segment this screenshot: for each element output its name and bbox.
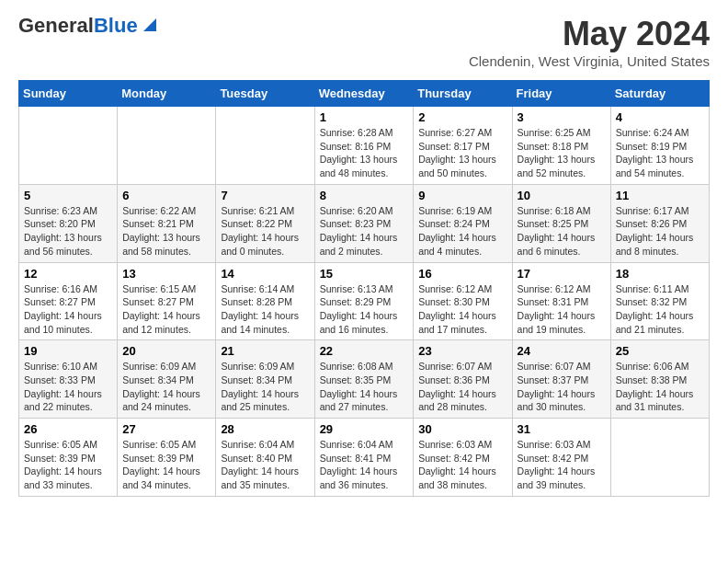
day-number: 7: [221, 189, 309, 202]
calendar-cell: 7Sunrise: 6:21 AM Sunset: 8:22 PM Daylig…: [216, 184, 314, 262]
weekday-header-row: SundayMondayTuesdayWednesdayThursdayFrid…: [19, 81, 710, 107]
logo-arrow-icon: [140, 15, 160, 35]
day-number: 30: [418, 422, 506, 436]
day-info: Sunrise: 6:09 AM Sunset: 8:34 PM Dayligh…: [221, 360, 309, 414]
calendar-cell: 31Sunrise: 6:03 AM Sunset: 8:42 PM Dayli…: [512, 419, 610, 497]
calendar-cell: 18Sunrise: 6:11 AM Sunset: 8:32 PM Dayli…: [610, 262, 709, 340]
calendar-cell: 19Sunrise: 6:10 AM Sunset: 8:33 PM Dayli…: [19, 340, 118, 419]
logo: GeneralBlue: [18, 15, 160, 37]
day-number: 17: [518, 267, 606, 281]
day-info: Sunrise: 6:10 AM Sunset: 8:33 PM Dayligh…: [24, 360, 112, 414]
day-info: Sunrise: 6:24 AM Sunset: 8:19 PM Dayligh…: [616, 126, 704, 180]
day-number: 10: [518, 189, 606, 202]
weekday-header-tuesday: Tuesday: [216, 81, 314, 107]
calendar-cell: 29Sunrise: 6:04 AM Sunset: 8:41 PM Dayli…: [314, 419, 414, 497]
calendar-cell: 2Sunrise: 6:27 AM Sunset: 8:17 PM Daylig…: [414, 107, 512, 185]
calendar-cell: 1Sunrise: 6:28 AM Sunset: 8:16 PM Daylig…: [314, 107, 414, 185]
day-number: 20: [122, 344, 210, 358]
day-info: Sunrise: 6:14 AM Sunset: 8:28 PM Dayligh…: [221, 282, 309, 337]
calendar: SundayMondayTuesdayWednesdayThursdayFrid…: [18, 80, 710, 497]
calendar-week-row: 19Sunrise: 6:10 AM Sunset: 8:33 PM Dayli…: [19, 340, 710, 419]
logo-text: GeneralBlue: [18, 15, 138, 37]
day-info: Sunrise: 6:07 AM Sunset: 8:37 PM Dayligh…: [518, 360, 606, 414]
day-info: Sunrise: 6:16 AM Sunset: 8:27 PM Dayligh…: [24, 282, 112, 337]
day-info: Sunrise: 6:03 AM Sunset: 8:42 PM Dayligh…: [518, 438, 606, 492]
day-number: 26: [24, 422, 112, 436]
calendar-cell: 21Sunrise: 6:09 AM Sunset: 8:34 PM Dayli…: [216, 340, 314, 419]
day-info: Sunrise: 6:05 AM Sunset: 8:39 PM Dayligh…: [122, 438, 210, 492]
calendar-cell: 13Sunrise: 6:15 AM Sunset: 8:27 PM Dayli…: [118, 262, 216, 340]
calendar-week-row: 26Sunrise: 6:05 AM Sunset: 8:39 PM Dayli…: [19, 419, 710, 497]
calendar-cell: 24Sunrise: 6:07 AM Sunset: 8:37 PM Dayli…: [512, 340, 610, 419]
calendar-cell: 4Sunrise: 6:24 AM Sunset: 8:19 PM Daylig…: [610, 107, 709, 185]
calendar-cell: 20Sunrise: 6:09 AM Sunset: 8:34 PM Dayli…: [118, 340, 216, 419]
day-number: 3: [518, 110, 606, 124]
calendar-cell: [19, 107, 118, 185]
day-info: Sunrise: 6:12 AM Sunset: 8:31 PM Dayligh…: [518, 282, 606, 337]
day-number: 18: [616, 267, 704, 281]
day-info: Sunrise: 6:22 AM Sunset: 8:21 PM Dayligh…: [122, 204, 210, 259]
day-info: Sunrise: 6:13 AM Sunset: 8:29 PM Dayligh…: [320, 282, 409, 337]
day-info: Sunrise: 6:25 AM Sunset: 8:18 PM Dayligh…: [518, 126, 606, 180]
day-number: 11: [616, 189, 704, 202]
weekday-header-sunday: Sunday: [19, 81, 118, 107]
calendar-cell: [610, 419, 709, 497]
day-info: Sunrise: 6:09 AM Sunset: 8:34 PM Dayligh…: [122, 360, 210, 414]
day-number: 4: [616, 110, 704, 124]
day-number: 9: [418, 189, 506, 202]
calendar-cell: 17Sunrise: 6:12 AM Sunset: 8:31 PM Dayli…: [512, 262, 610, 340]
calendar-cell: 10Sunrise: 6:18 AM Sunset: 8:25 PM Dayli…: [512, 184, 610, 262]
day-info: Sunrise: 6:17 AM Sunset: 8:26 PM Dayligh…: [616, 204, 704, 259]
day-info: Sunrise: 6:11 AM Sunset: 8:32 PM Dayligh…: [616, 282, 704, 337]
header: GeneralBlue May 2024 Clendenin, West Vir…: [18, 15, 710, 69]
calendar-week-row: 1Sunrise: 6:28 AM Sunset: 8:16 PM Daylig…: [19, 107, 710, 185]
calendar-cell: 5Sunrise: 6:23 AM Sunset: 8:20 PM Daylig…: [19, 184, 118, 262]
day-number: 29: [320, 422, 409, 436]
calendar-cell: 6Sunrise: 6:22 AM Sunset: 8:21 PM Daylig…: [118, 184, 216, 262]
day-info: Sunrise: 6:27 AM Sunset: 8:17 PM Dayligh…: [418, 126, 506, 180]
calendar-cell: 12Sunrise: 6:16 AM Sunset: 8:27 PM Dayli…: [19, 262, 118, 340]
calendar-cell: 15Sunrise: 6:13 AM Sunset: 8:29 PM Dayli…: [314, 262, 414, 340]
day-info: Sunrise: 6:19 AM Sunset: 8:24 PM Dayligh…: [418, 204, 506, 259]
calendar-cell: 26Sunrise: 6:05 AM Sunset: 8:39 PM Dayli…: [19, 419, 118, 497]
location-title: Clendenin, West Virginia, United States: [469, 53, 710, 69]
day-info: Sunrise: 6:05 AM Sunset: 8:39 PM Dayligh…: [24, 438, 112, 492]
day-number: 14: [221, 267, 309, 281]
day-number: 21: [221, 344, 309, 358]
svg-marker-0: [143, 18, 156, 31]
day-number: 12: [24, 267, 112, 281]
calendar-week-row: 5Sunrise: 6:23 AM Sunset: 8:20 PM Daylig…: [19, 184, 710, 262]
day-number: 1: [320, 110, 409, 124]
calendar-cell: [118, 107, 216, 185]
day-number: 31: [518, 422, 606, 436]
day-info: Sunrise: 6:23 AM Sunset: 8:20 PM Dayligh…: [24, 204, 112, 259]
day-number: 2: [418, 110, 506, 124]
day-info: Sunrise: 6:28 AM Sunset: 8:16 PM Dayligh…: [320, 126, 409, 180]
calendar-cell: 27Sunrise: 6:05 AM Sunset: 8:39 PM Dayli…: [118, 419, 216, 497]
calendar-cell: 9Sunrise: 6:19 AM Sunset: 8:24 PM Daylig…: [414, 184, 512, 262]
calendar-cell: 22Sunrise: 6:08 AM Sunset: 8:35 PM Dayli…: [314, 340, 414, 419]
calendar-cell: 30Sunrise: 6:03 AM Sunset: 8:42 PM Dayli…: [414, 419, 512, 497]
calendar-cell: 11Sunrise: 6:17 AM Sunset: 8:26 PM Dayli…: [610, 184, 709, 262]
day-info: Sunrise: 6:21 AM Sunset: 8:22 PM Dayligh…: [221, 204, 309, 259]
weekday-header-monday: Monday: [118, 81, 216, 107]
day-number: 5: [24, 189, 112, 202]
day-number: 8: [320, 189, 409, 202]
day-info: Sunrise: 6:15 AM Sunset: 8:27 PM Dayligh…: [122, 282, 210, 337]
calendar-cell: 3Sunrise: 6:25 AM Sunset: 8:18 PM Daylig…: [512, 107, 610, 185]
calendar-cell: 8Sunrise: 6:20 AM Sunset: 8:23 PM Daylig…: [314, 184, 414, 262]
day-number: 15: [320, 267, 409, 281]
title-area: May 2024 Clendenin, West Virginia, Unite…: [469, 15, 710, 69]
weekday-header-saturday: Saturday: [610, 81, 709, 107]
calendar-cell: 28Sunrise: 6:04 AM Sunset: 8:40 PM Dayli…: [216, 419, 314, 497]
calendar-week-row: 12Sunrise: 6:16 AM Sunset: 8:27 PM Dayli…: [19, 262, 710, 340]
day-info: Sunrise: 6:06 AM Sunset: 8:38 PM Dayligh…: [616, 360, 704, 414]
day-info: Sunrise: 6:03 AM Sunset: 8:42 PM Dayligh…: [418, 438, 506, 492]
day-number: 19: [24, 344, 112, 358]
day-info: Sunrise: 6:04 AM Sunset: 8:41 PM Dayligh…: [320, 438, 409, 492]
calendar-cell: 14Sunrise: 6:14 AM Sunset: 8:28 PM Dayli…: [216, 262, 314, 340]
day-info: Sunrise: 6:04 AM Sunset: 8:40 PM Dayligh…: [221, 438, 309, 492]
day-info: Sunrise: 6:12 AM Sunset: 8:30 PM Dayligh…: [418, 282, 506, 337]
calendar-cell: 16Sunrise: 6:12 AM Sunset: 8:30 PM Dayli…: [414, 262, 512, 340]
day-info: Sunrise: 6:08 AM Sunset: 8:35 PM Dayligh…: [320, 360, 409, 414]
